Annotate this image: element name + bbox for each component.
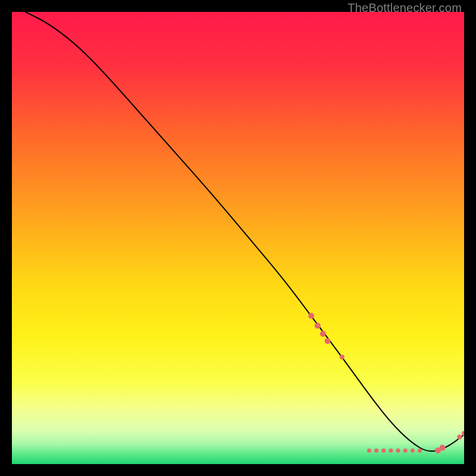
data-point — [381, 449, 386, 453]
data-point — [418, 449, 422, 453]
data-point — [308, 313, 314, 319]
data-point — [315, 322, 321, 328]
data-point — [325, 338, 331, 344]
data-point — [374, 449, 378, 453]
data-point — [440, 445, 446, 451]
data-point — [340, 355, 345, 359]
data-point — [320, 331, 326, 337]
chart-svg — [12, 12, 464, 464]
data-point — [389, 449, 393, 453]
data-point — [457, 434, 462, 439]
data-point — [411, 449, 415, 453]
data-point — [396, 449, 400, 453]
data-point — [367, 449, 371, 453]
chart-plot-area — [12, 12, 464, 464]
gradient-background — [12, 12, 464, 464]
data-point — [403, 449, 408, 453]
